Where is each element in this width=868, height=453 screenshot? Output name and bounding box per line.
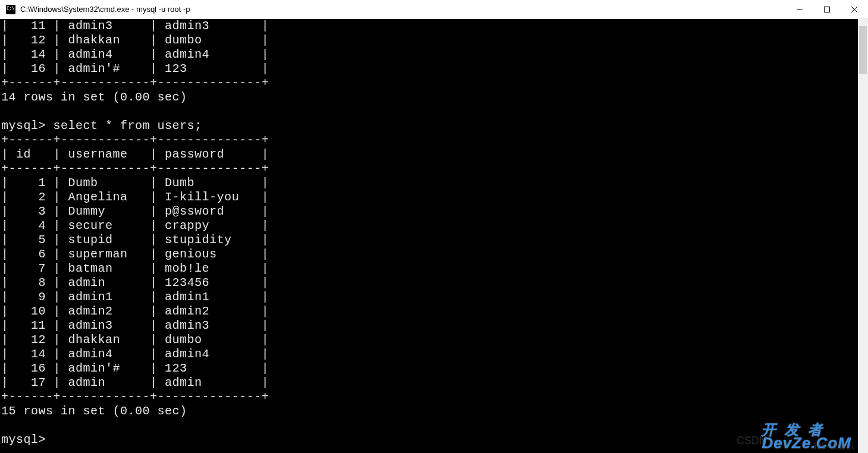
cmd-icon <box>6 5 15 14</box>
window-titlebar: C:\Windows\System32\cmd.exe - mysql -u r… <box>0 0 868 19</box>
scrollbar-thumb[interactable] <box>859 26 867 74</box>
close-button[interactable] <box>841 0 868 19</box>
maximize-button[interactable] <box>813 0 841 19</box>
vertical-scrollbar[interactable] <box>858 19 868 453</box>
terminal-output[interactable]: | 11 | admin3 | admin3 | | 12 | dhakkan … <box>0 19 858 453</box>
minimize-button[interactable] <box>786 0 813 19</box>
window-title: C:\Windows\System32\cmd.exe - mysql -u r… <box>20 5 190 14</box>
svg-rect-1 <box>825 7 830 12</box>
